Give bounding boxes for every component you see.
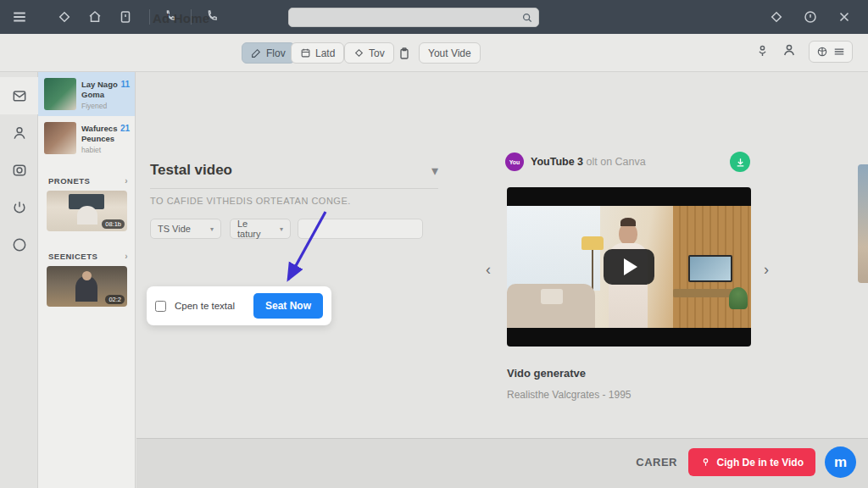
sidebar-video-thumbnail[interactable]: 08:1b bbox=[47, 191, 127, 231]
form-description: TO CAFIDE VITHEDIS ORTEATAN CONGE. bbox=[150, 196, 351, 206]
rail-item-camera[interactable] bbox=[0, 152, 38, 189]
circle-icon bbox=[11, 236, 28, 253]
download-button[interactable] bbox=[730, 152, 750, 172]
messenger-fab[interactable]: m bbox=[825, 446, 856, 478]
your-video-tab-button[interactable]: Yout Vide bbox=[419, 42, 481, 64]
rail-item-person[interactable] bbox=[0, 114, 38, 152]
person-icon[interactable] bbox=[782, 42, 797, 61]
chevron-right-icon: › bbox=[125, 176, 128, 186]
menu-icon bbox=[833, 46, 845, 58]
divider bbox=[149, 9, 150, 25]
sidebar-video-thumbnail[interactable]: 02:2 bbox=[47, 266, 127, 307]
video-duration-badge: 08:1b bbox=[102, 219, 125, 229]
rail-item-circle[interactable] bbox=[0, 226, 38, 263]
checkbox-label: Cpen te textal bbox=[175, 301, 235, 311]
chevron-down-icon[interactable]: ▾ bbox=[431, 163, 438, 179]
channel-sub: olt on Canva bbox=[587, 156, 646, 168]
diamond-icon[interactable] bbox=[55, 8, 74, 26]
form-title: Testal video bbox=[150, 162, 232, 179]
chat-avatar bbox=[44, 122, 76, 154]
tov-tab-button[interactable]: Tov bbox=[344, 42, 394, 64]
action-card: Cpen te textal Seat Now bbox=[147, 286, 331, 325]
chat-item[interactable]: Lay Nago Goma Fiyened 11 bbox=[38, 72, 135, 116]
chat-subtitle: habiet bbox=[81, 146, 122, 155]
video-player[interactable] bbox=[507, 187, 751, 347]
video-type-dropdown[interactable]: TS Vide ▾ bbox=[150, 219, 221, 239]
rail-item-mail[interactable] bbox=[0, 77, 38, 114]
chevron-down-icon: ▾ bbox=[210, 225, 214, 233]
globe-icon bbox=[816, 46, 828, 58]
conversation-sidebar: Lay Nago Goma Fiyened 11 Wafurecs Peunce… bbox=[38, 72, 136, 488]
home-icon[interactable] bbox=[86, 8, 104, 26]
icon-rail bbox=[0, 72, 38, 488]
carousel-prev-button[interactable]: ‹ bbox=[486, 261, 491, 279]
camera-icon bbox=[11, 162, 28, 179]
clock-icon[interactable] bbox=[801, 8, 820, 26]
chevron-down-icon: ▾ bbox=[280, 225, 283, 233]
video-title: Vido generatve bbox=[507, 367, 586, 380]
flow-tab-button[interactable]: Flov bbox=[242, 42, 295, 64]
carousel-next-button[interactable]: › bbox=[764, 261, 769, 279]
download-icon bbox=[735, 157, 746, 168]
close-icon[interactable] bbox=[835, 8, 854, 26]
search-input[interactable] bbox=[288, 8, 539, 27]
seat-now-button[interactable]: Seat Now bbox=[253, 293, 323, 319]
chat-item[interactable]: Wafurecs Peunces habiet 21 bbox=[38, 116, 135, 160]
pin-icon bbox=[700, 457, 711, 468]
mail-icon bbox=[11, 87, 28, 104]
menu-icon[interactable] bbox=[10, 8, 29, 26]
channel-avatar: You bbox=[505, 152, 524, 171]
open-textal-checkbox[interactable] bbox=[155, 301, 166, 312]
chat-name: Lay Nago Goma bbox=[81, 80, 118, 99]
divider bbox=[150, 188, 438, 189]
preview-header: You YouTube 3 olt on Canva bbox=[505, 152, 646, 171]
main-content: Testal video ▾ TO CAFIDE VITHEDIS ORTEAT… bbox=[136, 73, 868, 438]
chevron-right-icon: › bbox=[125, 252, 128, 261]
create-video-button[interactable]: Cigh De in te Vido bbox=[688, 448, 815, 476]
document-icon[interactable] bbox=[116, 8, 135, 26]
clipboard-icon bbox=[398, 47, 411, 60]
calendar-icon bbox=[300, 47, 311, 58]
clipboard-button[interactable] bbox=[392, 42, 416, 64]
sidebar-section-pronets[interactable]: PRONETS › bbox=[38, 168, 135, 191]
play-icon bbox=[624, 258, 637, 275]
footer-bar: CARER Cigh De in te Vido m bbox=[136, 438, 868, 488]
chat-subtitle: Fiyened bbox=[81, 102, 122, 111]
category-dropdown[interactable]: Le tatury ▾ bbox=[230, 219, 291, 239]
sidebar-section-seenicets[interactable]: SEENICETS › bbox=[38, 243, 135, 266]
chat-icon[interactable] bbox=[767, 8, 786, 26]
chat-avatar bbox=[44, 78, 76, 110]
diamond-icon bbox=[353, 47, 364, 58]
power-icon bbox=[11, 199, 28, 216]
pencil-icon bbox=[251, 47, 262, 58]
search-icon bbox=[521, 12, 533, 24]
text-input[interactable] bbox=[298, 219, 423, 239]
unread-badge: 11 bbox=[120, 80, 130, 89]
next-carousel-item-peek[interactable] bbox=[858, 164, 868, 283]
person-icon bbox=[11, 125, 28, 141]
career-link[interactable]: CARER bbox=[636, 456, 677, 469]
video-subtitle: Realisthe Valcgrates - 1995 bbox=[507, 389, 632, 401]
channel-name: YouTube 3 bbox=[531, 156, 583, 168]
rail-item-power[interactable] bbox=[0, 189, 38, 226]
play-button[interactable] bbox=[604, 249, 654, 285]
chat-name: Wafurecs Peunces bbox=[81, 124, 117, 143]
globe-menu-button[interactable] bbox=[809, 41, 853, 63]
mic-icon[interactable] bbox=[755, 43, 770, 61]
latd-tab-button[interactable]: Latd bbox=[291, 42, 344, 64]
title-bar bbox=[0, 0, 868, 34]
video-duration-badge: 02:2 bbox=[105, 295, 125, 304]
page-title: Ad Home bbox=[153, 11, 209, 25]
unread-badge: 21 bbox=[120, 124, 130, 133]
